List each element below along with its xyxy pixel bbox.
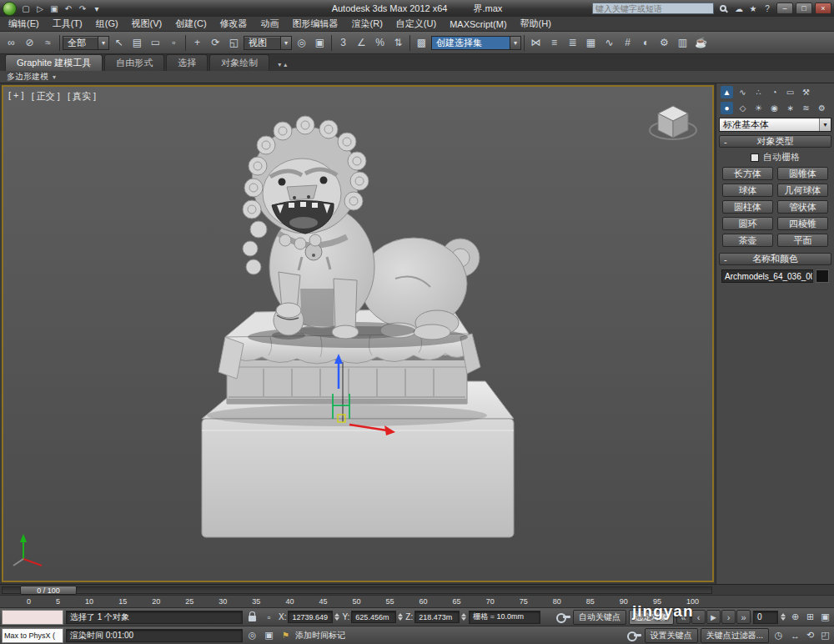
select-object-icon[interactable]: ↖ [110, 34, 128, 52]
z-spinner[interactable] [461, 613, 466, 621]
ribbon-tab[interactable]: Graphite 建模工具 [5, 54, 103, 71]
primitive-button[interactable]: 茶壶 [722, 234, 773, 247]
name-color-rollout[interactable]: - 名称和颜色 [719, 253, 831, 265]
set-key-big-icon[interactable] [556, 610, 570, 624]
time-slider-handle[interactable]: 0 / 100 [20, 586, 77, 595]
y-coordinate-field[interactable]: 625.456m [351, 611, 396, 623]
primitive-button[interactable]: 长方体 [722, 167, 773, 180]
zoom-icon[interactable]: ⊕ [788, 610, 802, 624]
object-type-rollout[interactable]: - 对象类型 [719, 135, 831, 148]
autogrid-checkbox[interactable] [751, 153, 759, 162]
lights-category-icon[interactable]: ☀ [752, 102, 765, 114]
shapes-category-icon[interactable]: ◇ [736, 102, 749, 114]
utilities-panel-tab[interactable]: ⚒ [800, 86, 812, 98]
absolute-mode-toggle-icon[interactable]: ▫ [262, 610, 276, 624]
play-animation-icon[interactable]: ► [706, 610, 721, 624]
auto-key-button[interactable]: 自动关键点 [573, 610, 626, 625]
cameras-category-icon[interactable]: ◉ [768, 102, 781, 114]
primitive-button[interactable]: 圆锥体 [777, 167, 828, 180]
app-logo-icon[interactable] [3, 2, 17, 16]
x-coordinate-field[interactable]: 12739.649 [288, 611, 333, 623]
help-icon[interactable]: ? [761, 3, 774, 15]
primitive-button[interactable]: 几何球体 [777, 184, 828, 197]
orthographic-viewport[interactable]: [ + ] [ 正交 ] [ 真实 ] [2, 85, 714, 582]
viewport-menu-label[interactable]: [ + ] [8, 90, 24, 103]
project-menu-icon[interactable]: ▾ [90, 3, 103, 15]
menu-item[interactable]: 组(G) [89, 17, 125, 31]
chevron-down-icon[interactable]: ▾ [98, 37, 108, 49]
time-slider-track[interactable] [2, 586, 712, 594]
display-panel-tab[interactable]: ▭ [784, 86, 796, 98]
select-move-icon[interactable]: + [188, 34, 206, 52]
menu-item[interactable]: 工具(T) [46, 17, 89, 31]
go-to-end-icon[interactable]: » [736, 610, 751, 624]
maximize-button[interactable]: □ [796, 3, 812, 14]
selection-region-icon[interactable]: ▭ [147, 34, 164, 52]
spinner-snap-icon[interactable]: ⇅ [389, 34, 407, 52]
reference-coordinate-combo[interactable]: 视图 ▾ [244, 36, 292, 50]
close-button[interactable]: × [815, 3, 831, 14]
chevron-down-icon[interactable]: ▾ [280, 37, 291, 49]
save-file-icon[interactable]: ▣ [48, 3, 61, 15]
add-time-tag[interactable]: 添加时间标记 [295, 630, 345, 641]
viewcube[interactable] [646, 97, 701, 147]
ribbon-tab[interactable]: 对象绘制 [209, 54, 269, 71]
maxscript-listener-button[interactable]: Max to PhysX ( [2, 628, 63, 643]
spacewarps-category-icon[interactable]: ≋ [800, 102, 812, 114]
material-editor-icon[interactable]: ◐ [637, 34, 655, 52]
ribbon-options-icon[interactable]: ▾ [278, 61, 281, 68]
motion-panel-tab[interactable]: ◔ [768, 86, 781, 98]
rendered-frame-window-icon[interactable]: ▥ [674, 34, 691, 52]
menu-item[interactable]: 编辑(E) [2, 17, 46, 31]
next-frame-icon[interactable]: › [721, 610, 736, 624]
angle-snap-icon[interactable]: ∠ [353, 34, 370, 52]
menu-item[interactable]: 图形编辑器 [286, 17, 345, 31]
menu-item[interactable]: 创建(C) [168, 17, 213, 31]
subcategory-combo[interactable]: 标准基本体 ▾ [719, 118, 831, 132]
menu-item[interactable]: 动画 [254, 17, 286, 31]
select-manipulate-icon[interactable]: ▣ [311, 34, 329, 52]
pan-view-icon[interactable]: ↔ [788, 628, 802, 642]
open-file-icon[interactable]: ▷ [33, 3, 47, 15]
create-panel-tab[interactable]: ▲ [721, 86, 733, 98]
ribbon-tab[interactable]: 自由形式 [104, 54, 164, 71]
select-and-link-icon[interactable]: ∞ [3, 34, 20, 52]
new-scene-icon[interactable]: ▢ [19, 3, 33, 15]
zoom-all-icon[interactable]: ⊞ [803, 610, 817, 624]
maxscript-mini-listener[interactable] [2, 610, 63, 625]
time-tag-flag-icon[interactable]: ⚑ [279, 628, 293, 642]
percent-snap-icon[interactable]: % [371, 34, 389, 52]
layer-manager-icon[interactable]: ≣ [564, 34, 581, 52]
favorites-icon[interactable]: ★ [746, 3, 760, 15]
primitive-button[interactable]: 平面 [777, 234, 828, 247]
key-filters-button[interactable]: 关键点过滤器... [701, 628, 769, 643]
track-bar[interactable]: 0510152025303540455055606570758085909510… [0, 595, 834, 607]
object-color-swatch[interactable] [816, 269, 829, 283]
schematic-view-icon[interactable]: # [619, 34, 636, 52]
selection-filter-combo[interactable]: 全部 ▾ [63, 36, 109, 50]
key-mode-toggle-icon[interactable] [628, 628, 642, 642]
named-selection-set-combo[interactable]: 创建选择集 ▾ [431, 36, 521, 50]
time-configuration-icon[interactable]: ◷ [771, 628, 786, 642]
snap-toggle-icon[interactable]: 3 [334, 34, 352, 52]
systems-category-icon[interactable]: ⚙ [816, 102, 828, 114]
edit-named-selections-icon[interactable]: ▩ [413, 34, 430, 52]
menu-item[interactable]: MAXScript(M) [443, 17, 513, 31]
modify-panel-tab[interactable]: ∿ [736, 86, 749, 98]
set-key-button[interactable]: 设置关键点 [645, 628, 698, 643]
render-production-icon[interactable]: ☕ [692, 34, 710, 52]
helpers-category-icon[interactable]: ∗ [784, 102, 796, 114]
menu-item[interactable]: 视图(V) [125, 17, 169, 31]
selection-lock-icon[interactable] [245, 610, 259, 624]
zoom-extents-icon[interactable]: ▣ [818, 610, 832, 624]
chevron-down-icon[interactable]: ▾ [53, 73, 56, 81]
lion-statue-model[interactable] [243, 116, 480, 340]
minimize-ribbon-icon[interactable]: ▴ [284, 61, 287, 68]
primitive-button[interactable]: 管状体 [777, 200, 828, 214]
select-rotate-icon[interactable]: ⟳ [207, 34, 224, 52]
frame-spinner[interactable] [781, 613, 786, 621]
primitive-button[interactable]: 圆柱体 [722, 200, 773, 214]
menu-item[interactable]: 自定义(U) [389, 17, 443, 31]
orbit-view-icon[interactable]: ⟲ [803, 628, 817, 642]
isolate-selection-icon[interactable]: ◎ [245, 628, 259, 642]
